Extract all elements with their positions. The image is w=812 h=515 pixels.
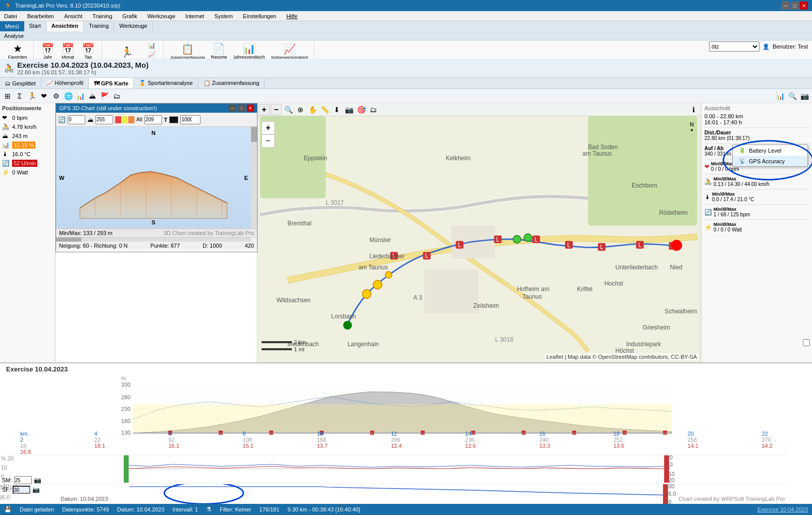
menu-einstellungen[interactable]: Einstellungen <box>241 12 278 20</box>
ribbon-btn-zusammenfassung[interactable]: 📋 Zusammenfassung <box>169 42 207 61</box>
toolbar-sigma-icon[interactable]: Σ <box>14 90 25 102</box>
ribbon-btn-tag[interactable]: 📅 Tag <box>79 41 97 61</box>
map-info[interactable]: ℹ <box>688 104 699 115</box>
toolbar-gear-icon[interactable]: ⚙ <box>50 90 62 102</box>
menu-grafik[interactable]: Grafik <box>120 12 139 20</box>
toolbar-mountain-icon[interactable]: ⛰ <box>87 90 98 102</box>
ribbon-btn-spitzenwert[interactable]: 📈 Spitzenwertver­gleich <box>269 42 311 61</box>
tab-sportartenanalyse[interactable]: 🏅 Sportartenanalyse <box>134 78 198 88</box>
ribbon-btn-favoriten[interactable]: ★ Favoriten <box>6 41 29 61</box>
menu-internet[interactable]: Internet <box>183 12 206 20</box>
map-zoom-box[interactable]: 🔍 <box>283 104 294 115</box>
date-text: Datum: 10.04.2023 <box>117 506 165 512</box>
alt-value: 243 m <box>12 133 28 139</box>
cad-indicator: 🔄 <box>704 209 712 216</box>
svg-text:100: 100 <box>666 484 675 489</box>
chart3d-minimize[interactable]: ─ <box>229 105 236 112</box>
svg-text:L: L <box>425 252 429 259</box>
tab-gps-karte[interactable]: 🗺 GPS Karte <box>89 78 134 88</box>
tab-menu[interactable]: Menü <box>0 21 24 31</box>
menu-hilfe[interactable]: Hilfe <box>284 12 299 20</box>
toolbar-camera-icon[interactable]: 📷 <box>799 90 810 102</box>
chart3d-angle-input[interactable] <box>95 115 113 124</box>
menu-training[interactable]: Training <box>90 12 114 20</box>
compass-w: W <box>59 175 64 181</box>
toolbar-globe-icon[interactable]: 🌐 <box>63 90 74 102</box>
map-screenshot[interactable]: 📷 <box>343 104 354 115</box>
map-expand-checkbox[interactable] <box>803 339 810 346</box>
toolbar-search-icon[interactable]: 🔍 <box>787 90 798 102</box>
tab-werkzeuge[interactable]: Werkzeuge <box>114 21 153 31</box>
tab-hoehenprofil[interactable]: 📈 Höhenprofil <box>41 78 89 88</box>
svg-text:L: L <box>534 236 538 243</box>
userarea: ötz 👤 Benutzer: Test <box>709 41 808 52</box>
map-layers[interactable]: 🗂 <box>368 104 379 115</box>
sm-label: SM: <box>2 477 12 483</box>
dropdown-gps-accuracy[interactable]: 📡 GPS Accuracy <box>733 156 807 166</box>
ribbon-btn-monat[interactable]: 📅 Monat <box>59 41 77 61</box>
km-label-4: 810815.1 <box>243 431 253 455</box>
svg-text:Schwalheim: Schwalheim <box>665 308 697 315</box>
grad-value: 10.15 % <box>12 142 35 149</box>
toolbar-flag-icon[interactable]: 🚩 <box>99 90 110 102</box>
svg-text:230: 230 <box>121 406 130 412</box>
dropdown-popup: 🔋 Battery Level 📡 GPS Accuracy <box>732 145 808 167</box>
restore-button[interactable]: □ <box>791 2 799 10</box>
ribbon-btn-jahr[interactable]: 📅 Jahr <box>39 41 57 61</box>
position-text: 176/181 <box>260 506 280 512</box>
map-zoom-minus-btn[interactable]: − <box>262 134 275 148</box>
filter-text: Filter: Keiner <box>220 506 251 512</box>
map-center[interactable]: 🎯 <box>356 104 367 115</box>
map-zoom-out[interactable]: − <box>271 104 282 115</box>
sm-input[interactable] <box>14 476 32 484</box>
menu-ansicht[interactable]: Ansicht <box>62 12 84 20</box>
menu-bearbeiten[interactable]: Bearbeiten <box>25 12 56 20</box>
svg-text:Rödelheim: Rödelheim <box>659 209 688 216</box>
map-zoom-all[interactable]: ⊕ <box>295 104 306 115</box>
chart-footer: Chart created by WRPSoft TrainingLab Pro <box>679 496 785 502</box>
user-dropdown[interactable]: ötz <box>709 41 759 52</box>
map-measure[interactable]: 📏 <box>319 104 330 115</box>
tab-gesplittet[interactable]: 🗂 Gesplittet <box>0 78 41 88</box>
toolbar-chart-icon[interactable]: 📊 <box>75 90 86 102</box>
map-zoom-in[interactable]: + <box>259 104 270 115</box>
chart3d-size-input[interactable] <box>180 115 200 124</box>
ribbon-btn-small-2[interactable]: 📈 <box>147 51 157 59</box>
chart3d-close[interactable]: ✕ <box>247 105 254 112</box>
ribbon-btn-small-1[interactable]: 📊 <box>147 41 157 50</box>
map-content[interactable]: L L L L L L L <box>257 116 701 362</box>
dropdown-battery-level[interactable]: 🔋 Battery Level <box>733 145 807 156</box>
chart3d-alt-input[interactable] <box>144 115 162 124</box>
svg-text:Taunus: Taunus <box>523 293 542 300</box>
chart3d-maximize[interactable]: □ <box>238 105 245 112</box>
menu-system[interactable]: System <box>212 12 235 20</box>
toolbar-chart2-icon[interactable]: 📊 <box>775 90 786 102</box>
toolbar-run-icon[interactable]: 🏃 <box>26 90 37 102</box>
tab-zusammenfassung[interactable]: 📋 Zusammenfassung <box>198 78 265 88</box>
chart3d-title: GPS 3D-Chart (still under construction!) <box>59 105 157 111</box>
map-zoom-plus-btn[interactable]: + <box>262 121 275 134</box>
chart3d-rotate-input[interactable] <box>68 115 85 124</box>
svg-text:Industriepark: Industriepark <box>626 341 661 348</box>
toolbar-layers-icon[interactable]: 🗂 <box>111 90 122 102</box>
map-download[interactable]: ⬇ <box>331 104 342 115</box>
minimize-button[interactable]: ─ <box>782 2 790 10</box>
close-button[interactable]: ✕ <box>800 2 808 10</box>
ribbon-btn-reporte[interactable]: 📄 Reporte <box>209 41 229 61</box>
map-pan[interactable]: ✋ <box>307 104 318 115</box>
pos-cadence: 🔄 52 U/min <box>2 160 53 167</box>
sf-input[interactable] <box>13 486 30 494</box>
menu-werkzeuge[interactable]: Werkzeuge <box>145 12 177 20</box>
chart3d-window: GPS 3D-Chart (still under construction!)… <box>56 103 258 252</box>
exercise-link[interactable]: Exercise 10.04.2023 <box>757 506 808 512</box>
toolbar-heart-icon[interactable]: ❤ <box>38 90 49 102</box>
tab-start[interactable]: Start <box>24 21 46 31</box>
menu-datei[interactable]: Datei <box>2 12 19 20</box>
tab-ansichten[interactable]: Ansichten <box>46 21 84 31</box>
toolbar-split-icon[interactable]: ⊞ <box>2 90 13 102</box>
ribbon-btn-jahresvergleich[interactable]: 📊 Jahresvergleich <box>231 41 267 61</box>
cad-value: 52 U/min <box>12 160 37 167</box>
ausschnitt-label: Ausschnitt <box>704 105 730 111</box>
app-icon: 🏃 <box>4 2 12 10</box>
tab-training[interactable]: Training <box>84 21 114 31</box>
